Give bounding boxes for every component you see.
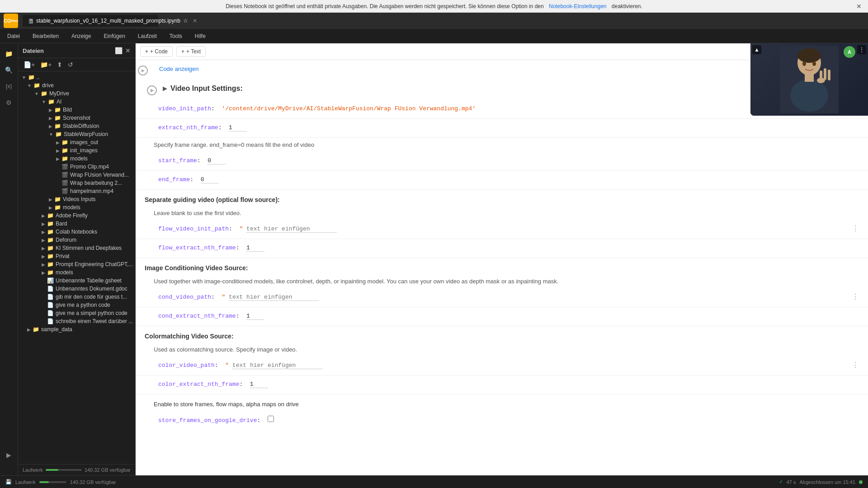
folder-icon: 📁 [54, 204, 61, 211]
upload-icon[interactable]: ⬆ [55, 60, 64, 69]
status-storage-bar [39, 481, 66, 483]
colon: : [190, 176, 197, 183]
tree-item-promo-clip[interactable]: ▶ 🎬 Promo Clip.mp4 [18, 163, 135, 171]
tree-item-gib-mir[interactable]: ▶ 📄 gib mir den code für guess t... [18, 293, 135, 301]
tree-item-give-me-simpel[interactable]: ▶ 📄 give me a simpel python code [18, 309, 135, 317]
tree-item-drive[interactable]: ▼ 📁 drive [18, 81, 135, 89]
tree-item-bild[interactable]: ▶ 📁 Bild [18, 106, 135, 114]
tree-item-ai[interactable]: ▼ 📁 AI [18, 98, 135, 106]
terminal-icon[interactable]: ▶ [2, 448, 16, 462]
desc-frame-range: Specify frame range. end_frame=0 means f… [136, 138, 868, 152]
notebook-settings-link[interactable]: Notebook-Einstellungen [549, 3, 606, 9]
colon: : [218, 124, 226, 131]
tree-item-init-images[interactable]: ▶ 📁 init_images [18, 146, 135, 155]
tree-item-bard[interactable]: ▶ 📁 Bard [18, 220, 135, 228]
tree-item-schreibe-tweet[interactable]: ▶ 📄 schreibe einen Tweet darüber ... [18, 317, 135, 325]
add-code-button[interactable]: + + Code [140, 46, 173, 57]
tree-item-screenshot[interactable]: ▶ 📁 Screenshot [18, 114, 135, 122]
tree-item-images-out[interactable]: ▶ 📁 images_out [18, 138, 135, 146]
cond-extract-nth-frame-input[interactable] [246, 313, 264, 320]
tree-item-wrapbearbeitung[interactable]: ▶ 🎬 Wrap bearbeitung 2... [18, 179, 135, 187]
video-options-button[interactable]: ⋮ [857, 45, 866, 54]
notification-text: Dieses Notebook ist geöffnet und enthält… [226, 3, 544, 9]
close-notification-button[interactable]: ✕ [856, 3, 862, 10]
files-icon[interactable]: 📁 [2, 47, 16, 61]
settings-icon[interactable]: ⚙ [2, 96, 16, 109]
tree-item-privat[interactable]: ▶ 📁 Privat [18, 252, 135, 260]
notebook-tab[interactable]: 📓 stable_warpfusion_v0_16_12_multi_maske… [23, 15, 158, 27]
tab-close-icon[interactable]: ✕ [193, 18, 197, 24]
trailing-dots[interactable]: ⋮ [852, 224, 859, 235]
run-circle[interactable]: ▶ [147, 85, 157, 95]
color-video-path-input[interactable] [232, 362, 323, 369]
expand-arrow: ▶ [42, 213, 45, 218]
tree-item-deforum[interactable]: ▶ 📁 Deforum [18, 236, 135, 244]
run-section-button[interactable]: ▶ [145, 82, 159, 95]
sidebar-expand-icon[interactable]: ⬜ [115, 47, 123, 54]
colon: : [197, 157, 204, 164]
tree-item-adobe-firefly[interactable]: ▶ 📁 Adobe Firefly [18, 211, 135, 220]
svg-rect-4 [805, 74, 814, 82]
run-button[interactable]: ▶ [136, 62, 150, 75]
cond-video-path-input[interactable] [229, 294, 319, 301]
video-collapse-button[interactable]: ▲ [752, 45, 761, 54]
menu-hilfe[interactable]: Hilfe [192, 31, 208, 41]
section-title: Video Input Settings: [170, 84, 243, 93]
storage-text: 140.32 GB verfügbar [85, 467, 131, 473]
refresh-icon[interactable]: ↺ [66, 60, 75, 69]
colon: : [239, 381, 246, 388]
tree-item-prompt-engineering[interactable]: ▶ 📁 Prompt Engineering ChatGPT,... [18, 260, 135, 268]
laufwerk-icon: 💾 [5, 479, 12, 485]
variables-icon[interactable]: {x} [2, 80, 16, 93]
add-text-button[interactable]: + + Text [176, 46, 206, 57]
trailing-dots[interactable]: ⋮ [852, 360, 859, 372]
tree-item-dotdot[interactable]: ▼ 📁 .. [18, 73, 135, 81]
tree-item-models-mydrive[interactable]: ▶ 📁 models [18, 268, 135, 277]
tree-item-models-ai[interactable]: ▶ 📁 models [18, 203, 135, 211]
end-frame-input[interactable] [201, 176, 219, 183]
menu-einfuegen[interactable]: Einfügen [101, 31, 127, 41]
new-folder-icon[interactable]: 📁+ [38, 60, 53, 69]
star-icon[interactable]: ☆ [183, 18, 188, 24]
tree-item-unbenannte-tabelle[interactable]: ▶ 📊 Unbenannte Tabelle.gsheet [18, 277, 135, 285]
tree-item-unbenanntes-dokument[interactable]: ▶ 📄 Unbenanntes Dokument.gdoc [18, 285, 135, 293]
new-file-icon[interactable]: 📄+ [22, 60, 37, 69]
tree-item-sample-data[interactable]: ▶ 📁 sample_data [18, 325, 135, 333]
menu-tools[interactable]: Tools [167, 31, 185, 41]
code-anzeigen-link[interactable]: Code anzeigen [150, 64, 208, 74]
tree-item-give-me-python[interactable]: ▶ 📄 give me a python code [18, 301, 135, 309]
sidebar-close-icon[interactable]: ✕ [125, 47, 131, 54]
expand-arrow: ▼ [42, 99, 46, 104]
tree-item-mydrive[interactable]: ▼ 📁 MyDrive [18, 89, 135, 98]
tree-item-videos-inputs[interactable]: ▶ 📁 Videos Inputs [18, 195, 135, 203]
menu-datei[interactable]: Datei [5, 31, 23, 41]
color-extract-nth-frame-input[interactable] [250, 381, 268, 388]
store-frames-checkbox[interactable] [268, 416, 274, 422]
trailing-dots[interactable]: ⋮ [852, 292, 859, 304]
tree-item-label: Prompt Engineering ChatGPT,... [56, 261, 133, 267]
folder-icon: 📁 [48, 99, 55, 105]
menu-anzeige[interactable]: Anzeige [69, 31, 94, 41]
section-colormatching: Colormatching Video Source: [136, 326, 868, 343]
tab-bar: COPRO 📓 stable_warpfusion_v0_16_12_multi… [0, 13, 868, 29]
start-frame-input[interactable] [208, 157, 226, 164]
menu-laufzeit[interactable]: Laufzeit [135, 31, 160, 41]
flow-video-init-path-input[interactable] [246, 225, 337, 233]
tree-item-colab-notebooks[interactable]: ▶ 📁 Colab Notebooks [18, 228, 135, 236]
search-icon[interactable]: 🔍 [2, 63, 16, 77]
tree-item-wrapfusion[interactable]: ▶ 🎬 Wrap FUsion Verwand... [18, 171, 135, 179]
run-circle[interactable]: ▶ [138, 66, 148, 75]
tree-item-ki-stimmen[interactable]: ▶ 📁 KI Stimmen und Deepfakes [18, 244, 135, 252]
tree-item-stablewarpfusion[interactable]: ▼ 📁 StableWarpFusion [18, 130, 135, 138]
tree-item-stablediffusion[interactable]: ▶ 📁 StableDiffusion [18, 122, 135, 130]
tree-item-hampelmann[interactable]: ▶ 🎬 hampelmann.mp4 [18, 187, 135, 195]
colab-logo: COPRO [4, 14, 18, 28]
tree-item-models-swf[interactable]: ▶ 📁 models [18, 155, 135, 163]
flow-extract-nth-frame-input[interactable] [246, 244, 264, 252]
folder-icon: 📁 [54, 123, 61, 129]
menu-bearbeiten[interactable]: Bearbeiten [30, 31, 61, 41]
extract-nth-frame-input[interactable] [229, 124, 247, 131]
tree-item-label: Wrap bearbeitung 2... [70, 180, 122, 186]
tree-item-label: AI [57, 99, 61, 105]
main-layout: 📁 🔍 {x} ⚙ ▶ Dateien ⬜ ✕ 📄+ 📁+ ⬆ ↺ ▼ 📁 .. [0, 43, 868, 475]
